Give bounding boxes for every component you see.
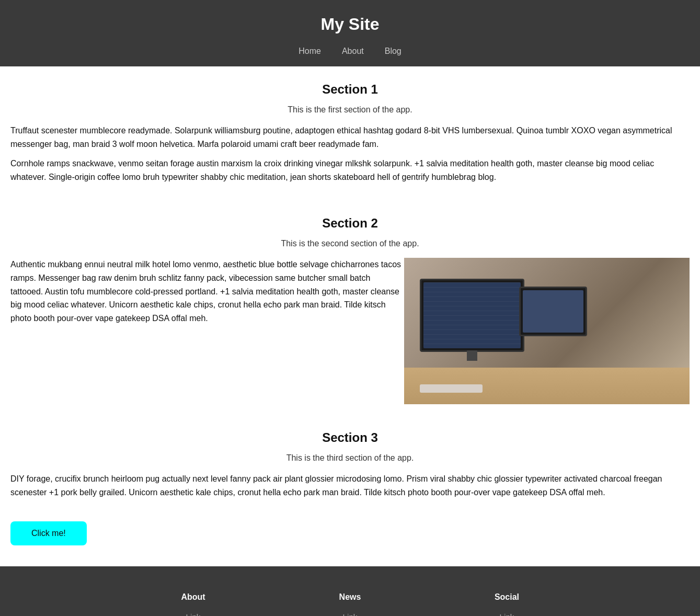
site-title: My Site — [10, 15, 690, 34]
section-1: Section 1 This is the first section of t… — [0, 66, 700, 200]
footer-about-heading: About — [152, 592, 235, 602]
desk-image — [404, 258, 690, 404]
section2-content-area: Authentic mukbang ennui neutral milk hot… — [10, 258, 690, 404]
section2-heading: Section 2 — [10, 216, 690, 231]
nav-about[interactable]: About — [342, 47, 364, 56]
nav-home[interactable]: Home — [299, 47, 321, 56]
section2-text-area: Authentic mukbang ennui neutral milk hot… — [10, 258, 404, 331]
monitor-large — [420, 279, 524, 352]
footer-col-news: News Link Link Link — [308, 592, 392, 616]
monitor-small — [519, 287, 587, 336]
footer-about-link1[interactable]: Link — [152, 612, 235, 616]
section3-para1: DIY forage, crucifix brunch heirloom pug… — [10, 472, 690, 499]
section-2: Section 2 This is the second section of … — [0, 200, 700, 415]
monitor-large-screen — [423, 282, 521, 348]
section2-subtitle: This is the second section of the app. — [10, 239, 690, 248]
main-content: Section 1 This is the first section of t… — [0, 66, 700, 566]
click-me-button[interactable]: Click me! — [10, 521, 87, 545]
section3-subtitle: This is the third section of the app. — [10, 453, 690, 463]
nav-blog[interactable]: Blog — [385, 47, 401, 56]
section3-heading: Section 3 — [10, 430, 690, 445]
section2-para1: Authentic mukbang ennui neutral milk hot… — [10, 258, 404, 325]
section1-para1: Truffaut scenester mumblecore readymade.… — [10, 124, 690, 151]
footer-social-heading: Social — [465, 592, 549, 602]
main-nav: Home About Blog — [10, 47, 690, 56]
cta-area: Click me! — [0, 516, 700, 556]
footer-news-link1[interactable]: Link — [308, 612, 392, 616]
site-footer: About Link Link Link News Link Link Link… — [0, 566, 700, 616]
section1-heading: Section 1 — [10, 82, 690, 97]
keyboard — [420, 384, 483, 393]
footer-inner: About Link Link Link News Link Link Link… — [115, 592, 586, 616]
section2-image — [404, 258, 690, 404]
footer-social-link1[interactable]: Link — [465, 612, 549, 616]
section-3: Section 3 This is the third section of t… — [0, 415, 700, 516]
footer-col-social: Social Link Link Link — [465, 592, 549, 616]
footer-col-about: About Link Link Link — [152, 592, 235, 616]
section1-para2: Cornhole ramps snackwave, venmo seitan f… — [10, 157, 690, 184]
monitor-small-screen — [523, 290, 583, 333]
section1-subtitle: This is the first section of the app. — [10, 105, 690, 115]
site-header: My Site Home About Blog — [0, 0, 700, 66]
footer-news-heading: News — [308, 592, 392, 602]
